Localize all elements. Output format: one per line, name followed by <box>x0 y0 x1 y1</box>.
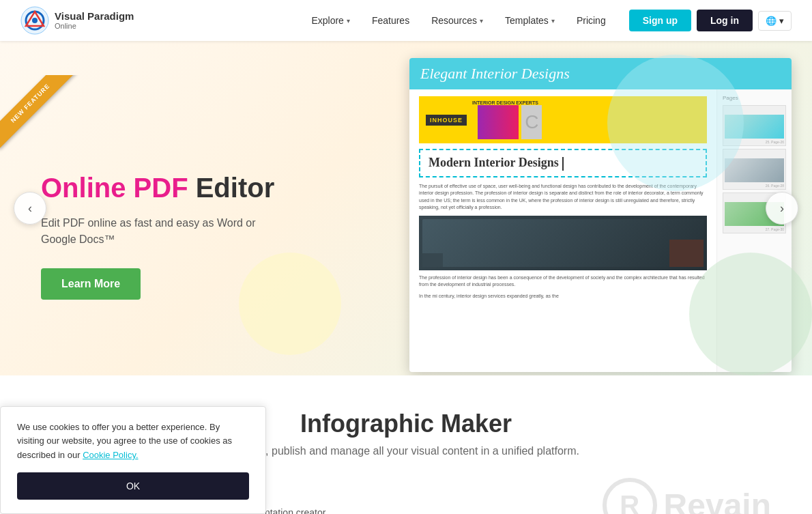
carousel-prev-button[interactable]: ‹ <box>14 192 46 225</box>
nav-templates[interactable]: Templates ▾ <box>495 10 564 31</box>
revain-area: R Revain <box>420 478 771 514</box>
navbar-actions: Sign up Log in 🌐 ▾ <box>629 10 792 31</box>
new-feature-ribbon: NEW FEATURE <box>0 75 109 184</box>
brand-sub-text: Online <box>55 22 134 30</box>
signup-button[interactable]: Sign up <box>629 10 691 31</box>
nav-resources[interactable]: Resources ▾ <box>422 10 493 31</box>
pdf-header-title: Elegant Interior Designs <box>420 65 570 83</box>
nav-features[interactable]: Features <box>362 10 419 31</box>
revain-icon: R <box>603 478 657 514</box>
resources-caret: ▾ <box>480 17 483 25</box>
ribbon-text: NEW FEATURE <box>0 75 76 149</box>
brand-main-text: Visual Paradigm <box>55 11 134 23</box>
templates-caret: ▾ <box>551 17 555 25</box>
nav-links: Explore ▾ Features Resources ▾ Templates… <box>302 10 615 31</box>
navbar: Visual Paradigm Online Explore ▾ Feature… <box>0 0 812 41</box>
explore-caret: ▾ <box>347 17 350 25</box>
cookie-banner: We use cookies to offer you a better exp… <box>0 406 266 514</box>
globe-icon: 🌐 <box>766 16 777 26</box>
cookie-text: We use cookies to offer you a better exp… <box>17 420 249 463</box>
hero-section: NEW FEATURE ‹ Online PDF Editor Edit PDF… <box>0 41 812 375</box>
carousel-next-button[interactable]: › <box>766 192 798 225</box>
pdf-body-para-3: In the mi century, interior design servi… <box>419 293 707 300</box>
pdf-preview-header: Elegant Interior Designs <box>409 58 792 89</box>
lang-caret: ▾ <box>779 16 784 26</box>
nav-explore[interactable]: Explore ▾ <box>302 10 359 31</box>
svg-point-3 <box>32 18 38 23</box>
cookie-policy-link[interactable]: Cookie Policy. <box>83 450 138 460</box>
pdf-edit-text: Modern Interior Designs <box>429 156 559 169</box>
bg-blob-green <box>689 253 812 375</box>
pdf-banner-tagline: INTERIOR DESIGN EXPERTS <box>472 100 542 105</box>
language-button[interactable]: 🌐 ▾ <box>758 11 792 31</box>
nav-pricing[interactable]: Pricing <box>567 10 615 31</box>
pdf-body-para-2: The profession of interior design has be… <box>419 274 707 289</box>
learn-more-button[interactable]: Learn More <box>41 268 141 300</box>
pdf-interior-image <box>419 216 707 270</box>
revain-text: Revain <box>664 487 771 515</box>
cookie-ok-button[interactable]: OK <box>17 472 249 500</box>
hero-title-regular: Editor <box>188 173 275 203</box>
bg-blob-teal <box>607 55 744 191</box>
revain-logo: R Revain <box>603 478 771 514</box>
pdf-cursor <box>562 157 564 171</box>
hero-subtitle: Edit PDF online as fast and easy as Word… <box>41 215 287 248</box>
brand-name: Visual Paradigm Online <box>55 11 134 31</box>
pdf-banner-logo-text: INHOUSE <box>426 115 467 126</box>
brand-logo[interactable]: Visual Paradigm Online <box>20 6 134 35</box>
login-button[interactable]: Log in <box>697 10 753 31</box>
vp-logo-icon <box>20 6 49 35</box>
